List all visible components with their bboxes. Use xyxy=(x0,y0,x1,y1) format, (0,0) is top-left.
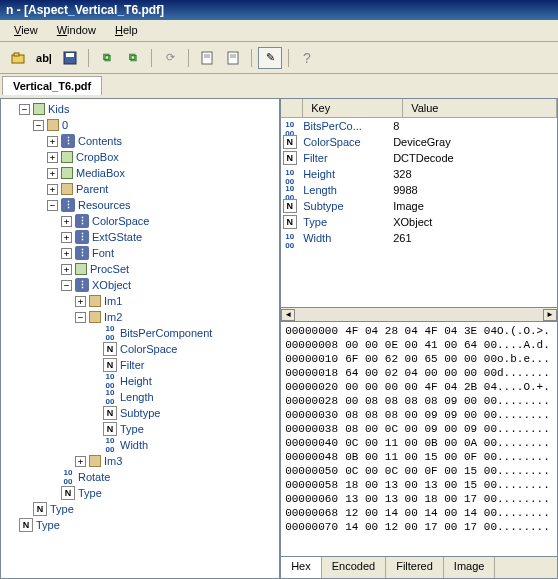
tree-row[interactable]: NType xyxy=(3,485,277,501)
toolbar-open-icon[interactable] xyxy=(6,47,30,69)
document-tabbar: Vertical_T6.pdf xyxy=(0,74,558,98)
expand-icon[interactable]: + xyxy=(47,152,58,163)
tree-row[interactable]: +⋮Contents xyxy=(3,133,277,149)
column-key[interactable]: Key xyxy=(303,99,403,117)
property-row[interactable]: NTypeXObject xyxy=(281,214,557,230)
tab-hex[interactable]: Hex xyxy=(281,557,322,578)
property-row[interactable]: 1000Length9988 xyxy=(281,182,557,198)
hex-row: 0000005818 00 13 00 13 00 15 00........ xyxy=(285,478,553,492)
tab-image[interactable]: Image xyxy=(444,557,496,578)
expand-icon[interactable]: + xyxy=(61,216,72,227)
property-row[interactable]: NSubtypeImage xyxy=(281,198,557,214)
property-row[interactable]: 1000Height328 xyxy=(281,166,557,182)
tree-row[interactable]: NFilter xyxy=(3,357,277,373)
hex-bytes: 00 00 0E 00 41 00 64 00 xyxy=(345,338,497,352)
expand-icon[interactable]: + xyxy=(47,184,58,195)
hex-row: 000000004F 04 28 04 4F 04 3E 04O.(.O.>. xyxy=(285,324,553,338)
tree-row[interactable]: −0 xyxy=(3,117,277,133)
tree-row[interactable]: NType xyxy=(3,501,277,517)
object-tree[interactable]: −Kids−0+⋮Contents+CropBox+MediaBox+Paren… xyxy=(0,98,280,579)
tree-row[interactable]: NType xyxy=(3,517,277,533)
expand-icon[interactable]: + xyxy=(47,136,58,147)
tree-row[interactable]: −⋮Resources xyxy=(3,197,277,213)
tree-row[interactable]: NColorSpace xyxy=(3,341,277,357)
tree-row[interactable]: 1000Rotate xyxy=(3,469,277,485)
toolbar-doc1-icon[interactable] xyxy=(195,47,219,69)
tree-row[interactable]: +⋮ColorSpace xyxy=(3,213,277,229)
tree-row[interactable]: +ProcSet xyxy=(3,261,277,277)
column-value[interactable]: Value xyxy=(403,99,557,117)
tree-row[interactable]: 1000Height xyxy=(3,373,277,389)
tab-filtered[interactable]: Filtered xyxy=(386,557,444,578)
toolbar-save-icon[interactable] xyxy=(58,47,82,69)
scroll-right-icon[interactable]: ► xyxy=(543,309,557,321)
expand-icon[interactable]: − xyxy=(19,104,30,115)
svg-rect-7 xyxy=(228,52,238,64)
expand-icon[interactable]: + xyxy=(75,296,86,307)
hex-offset: 00000028 xyxy=(285,394,345,408)
expand-icon[interactable]: − xyxy=(61,280,72,291)
tree-row[interactable]: NSubtype xyxy=(3,405,277,421)
dictionary-icon: ⋮ xyxy=(75,246,89,260)
tree-label: Contents xyxy=(78,135,122,147)
hex-ascii: O.(.O.>. xyxy=(497,324,553,338)
expand-icon[interactable]: − xyxy=(47,200,58,211)
tree-row[interactable]: +⋮Font xyxy=(3,245,277,261)
hex-offset: 00000050 xyxy=(285,464,345,478)
property-row[interactable]: 1000Width261 xyxy=(281,230,557,246)
expand-icon[interactable]: + xyxy=(61,248,72,259)
menu-window[interactable]: Window xyxy=(49,22,104,38)
hex-bytes: 64 00 02 04 00 00 00 00 xyxy=(345,366,497,380)
tree-row[interactable]: +MediaBox xyxy=(3,165,277,181)
svg-rect-1 xyxy=(14,53,19,56)
expand-icon[interactable]: − xyxy=(75,312,86,323)
tree-row[interactable]: +Parent xyxy=(3,181,277,197)
viewer-tabs: Hex Encoded Filtered Image xyxy=(280,557,558,579)
property-row[interactable]: 1000BitsPerCo...8 xyxy=(281,118,557,134)
document-tab[interactable]: Vertical_T6.pdf xyxy=(2,76,102,95)
tree-row[interactable]: 1000BitsPerComponent xyxy=(3,325,277,341)
expand-icon[interactable]: + xyxy=(61,232,72,243)
tree-row[interactable]: 1000Length xyxy=(3,389,277,405)
tree-row[interactable]: −Im2 xyxy=(3,309,277,325)
tree-row[interactable]: +Im1 xyxy=(3,293,277,309)
tree-label: ColorSpace xyxy=(120,343,177,355)
expand-icon[interactable]: + xyxy=(61,264,72,275)
toolbar-edit-icon[interactable]: ✎ xyxy=(258,47,282,69)
number-icon: 1000 xyxy=(103,374,117,388)
number-icon: 1000 xyxy=(103,326,117,340)
toolbar-copy-icon[interactable]: ⧉ xyxy=(95,47,119,69)
toolbar-text-icon[interactable]: ab| xyxy=(32,47,56,69)
tree-row[interactable]: −⋮XObject xyxy=(3,277,277,293)
toolbar-help-icon[interactable]: ? xyxy=(295,47,319,69)
hex-offset: 00000020 xyxy=(285,380,345,394)
tree-row[interactable]: −Kids xyxy=(3,101,277,117)
number-icon: 1000 xyxy=(103,438,117,452)
name-icon: N xyxy=(33,502,47,516)
menu-view[interactable]: View xyxy=(6,22,46,38)
hex-offset: 00000018 xyxy=(285,366,345,380)
tree-row[interactable]: +⋮ExtGState xyxy=(3,229,277,245)
tab-encoded[interactable]: Encoded xyxy=(322,557,386,578)
toolbar-doc2-icon[interactable] xyxy=(221,47,245,69)
property-row[interactable]: NFilterDCTDecode xyxy=(281,150,557,166)
tree-row[interactable]: 1000Width xyxy=(3,437,277,453)
expand-icon[interactable]: − xyxy=(33,120,44,131)
tree-row[interactable]: +Im3 xyxy=(3,453,277,469)
toolbar-paste-icon[interactable]: ⧉ xyxy=(121,47,145,69)
menu-help[interactable]: Help xyxy=(107,22,146,38)
tree-row[interactable]: NType xyxy=(3,421,277,437)
tree-row[interactable]: +CropBox xyxy=(3,149,277,165)
array-icon xyxy=(33,103,45,115)
tree-label: Kids xyxy=(48,103,69,115)
property-row[interactable]: NColorSpaceDeviceGray xyxy=(281,134,557,150)
toolbar-refresh-icon[interactable]: ⟳ xyxy=(158,47,182,69)
expand-icon[interactable]: + xyxy=(47,168,58,179)
expand-icon[interactable]: + xyxy=(75,456,86,467)
number-icon: 1000 xyxy=(103,390,117,404)
scroll-left-icon[interactable]: ◄ xyxy=(281,309,295,321)
tree-label: Rotate xyxy=(78,471,110,483)
tree-label: Type xyxy=(120,423,144,435)
hex-scrollbar[interactable]: ◄ ► xyxy=(280,308,558,322)
hex-offset: 00000000 xyxy=(285,324,345,338)
